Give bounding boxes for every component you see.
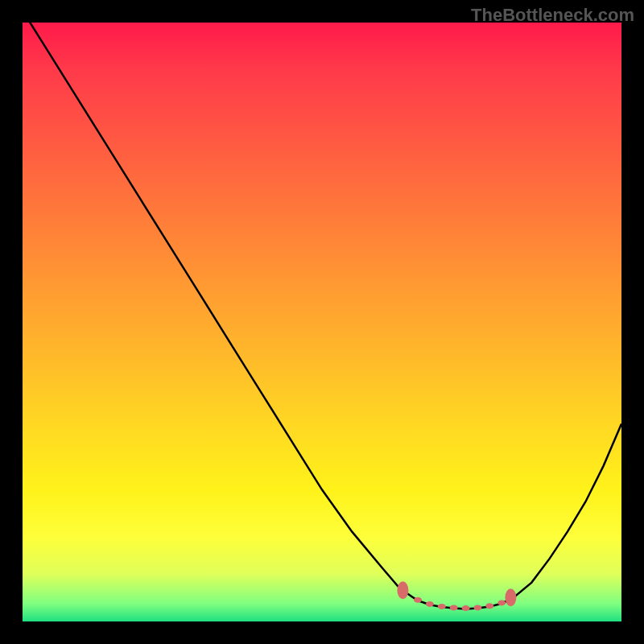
- marker-dot: [485, 603, 493, 609]
- watermark-text: TheBottleneck.com: [471, 5, 634, 26]
- marker-endpoint: [397, 581, 408, 599]
- bottleneck-curve-line: [23, 23, 621, 609]
- marker-endpoint: [505, 588, 516, 606]
- highlighted-range-markers: [397, 581, 516, 611]
- marker-dot: [497, 600, 506, 605]
- marker-dot: [462, 605, 470, 611]
- marker-dot: [414, 597, 422, 603]
- marker-dot: [450, 605, 458, 610]
- chart-plot-area: [23, 23, 621, 621]
- marker-dot: [473, 605, 481, 610]
- marker-dot: [438, 604, 446, 609]
- marker-dot: [426, 601, 434, 607]
- chart-svg: [23, 23, 621, 621]
